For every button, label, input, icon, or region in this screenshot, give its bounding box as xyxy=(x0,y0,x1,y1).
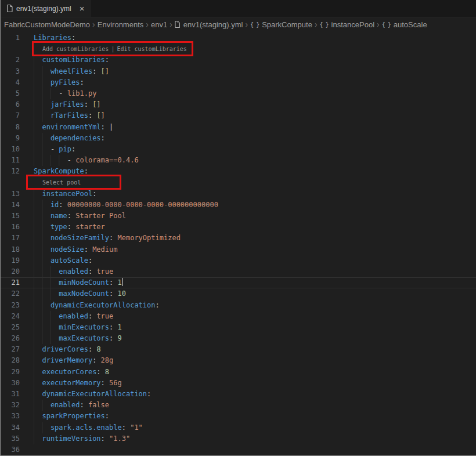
code-line-row: 8environmentYml: | xyxy=(1,122,476,133)
code-line[interactable]: SparkCompute: xyxy=(27,166,476,177)
lens-gutter xyxy=(1,177,27,188)
code-line[interactable]: nodeSizeFamily: MemoryOptimized xyxy=(27,233,476,244)
code-line[interactable]: sparkProperties: xyxy=(27,411,476,422)
line-number: 17 xyxy=(1,233,27,244)
line-number: 1 xyxy=(1,32,27,44)
line-number: 31 xyxy=(1,389,27,400)
code-line[interactable]: nodeSize: Medium xyxy=(27,244,476,255)
codelens-command[interactable]: Edit customLibraries xyxy=(117,44,186,55)
code-line[interactable]: - lib1.py xyxy=(27,88,476,99)
code-line[interactable]: enabled: false xyxy=(27,400,476,411)
code-text: enabled: true xyxy=(59,266,113,277)
line-number: 34 xyxy=(1,422,27,433)
line-number: 16 xyxy=(1,222,27,233)
code-line-row: 27driverCores: 8 xyxy=(1,344,476,355)
code-line[interactable]: pyFiles: xyxy=(27,77,476,88)
indent-guides xyxy=(34,266,59,277)
code-line-row: 1Libraries: xyxy=(1,32,476,44)
code-line[interactable]: maxNodeCount: 10 xyxy=(27,288,476,299)
code-line[interactable]: environmentYml: | xyxy=(27,122,476,133)
code-line[interactable]: runtimeVersion: "1.3" xyxy=(27,433,476,444)
code-line-row: 25minExecutors: 1 xyxy=(1,322,476,333)
code-line[interactable] xyxy=(27,444,476,455)
code-line[interactable]: enabled: true xyxy=(27,266,476,277)
code-line[interactable]: minExecutors: 1 xyxy=(27,322,476,333)
indent-guides xyxy=(34,244,51,255)
line-number: 30 xyxy=(1,378,27,389)
indent-guides xyxy=(34,55,42,66)
codelens-separator: | xyxy=(111,44,114,55)
breadcrumb-item[interactable]: env1 xyxy=(151,20,167,29)
code-line[interactable]: dynamicExecutorAllocation: xyxy=(27,300,476,311)
code-line[interactable]: instancePool: xyxy=(27,189,476,200)
breadcrumb-item-label: SparkCompute xyxy=(262,20,312,29)
code-line-row: 14id: 00000000-0000-0000-0000-0000000000… xyxy=(1,200,476,211)
line-number: 25 xyxy=(1,322,27,333)
code-line[interactable]: executorCores: 8 xyxy=(27,367,476,378)
code-text: type: starter xyxy=(51,222,105,233)
chevron-right-icon: › xyxy=(92,20,95,29)
code-text: id: 00000000-0000-0000-0000-000000000000 xyxy=(51,200,218,211)
code-line[interactable]: maxExecutors: 9 xyxy=(27,333,476,344)
code-line[interactable]: driverCores: 8 xyxy=(27,344,476,355)
file-icon xyxy=(6,5,13,12)
code-line[interactable]: - colorama==0.4.6 xyxy=(27,155,476,166)
code-line[interactable]: wheelFiles: [] xyxy=(27,66,476,77)
code-line[interactable]: rTarFiles: [] xyxy=(27,110,476,121)
code-text: SparkCompute: xyxy=(34,166,88,177)
line-number: 8 xyxy=(1,122,27,133)
code-line[interactable]: spark.acls.enable: "1" xyxy=(27,422,476,433)
code-line-row: 30executorMemory: 56g xyxy=(1,378,476,389)
code-line[interactable]: minNodeCount: 1 xyxy=(27,277,476,288)
code-line[interactable]: id: 00000000-0000-0000-0000-000000000000 xyxy=(27,200,476,211)
line-number: 13 xyxy=(1,189,27,200)
code-line[interactable]: driverMemory: 28g xyxy=(27,355,476,366)
code-text: spark.acls.enable: "1" xyxy=(51,422,143,433)
code-line-row: 21minNodeCount: 1 xyxy=(1,277,476,288)
code-line-row: 11- colorama==0.4.6 xyxy=(1,155,476,166)
chevron-right-icon: › xyxy=(377,20,380,29)
line-number: 11 xyxy=(1,155,27,166)
code-line[interactable]: jarFiles: [] xyxy=(27,99,476,110)
code-line[interactable]: name: Starter Pool xyxy=(27,211,476,222)
tab-bar: env1(staging).yml × xyxy=(1,0,476,17)
breadcrumb-item[interactable]: Environments xyxy=(98,20,143,29)
breadcrumb-item-label: env1(staging).yml xyxy=(183,20,243,29)
code-line-row: 32enabled: false xyxy=(1,400,476,411)
code-line[interactable]: customLibraries: xyxy=(27,55,476,66)
breadcrumb-item[interactable]: FabricCustomModeDemo xyxy=(4,20,90,29)
tab-env1-staging-yml[interactable]: env1(staging).yml × xyxy=(1,0,91,17)
code-line[interactable]: - pip: xyxy=(27,144,476,155)
code-text: pyFiles: xyxy=(51,77,84,88)
line-number: 18 xyxy=(1,244,27,255)
code-line[interactable]: autoScale: xyxy=(27,255,476,266)
breadcrumb-item[interactable]: env1(staging).yml xyxy=(175,20,243,29)
code-text: name: Starter Pool xyxy=(51,211,126,222)
code-text: minNodeCount: 1 xyxy=(59,277,123,288)
code-area[interactable]: 1Libraries:Add customLibraries|Edit cust… xyxy=(1,31,476,455)
codelens-command[interactable]: Select pool xyxy=(42,177,81,188)
code-line-row: 23dynamicExecutorAllocation: xyxy=(1,300,476,311)
indent-guides xyxy=(34,211,51,222)
indent-guides xyxy=(34,422,51,433)
symbol-object-icon: { } xyxy=(250,21,259,28)
code-text: executorCores: 8 xyxy=(42,367,109,378)
code-text: wheelFiles: [] xyxy=(51,66,109,77)
breadcrumb-item[interactable]: { }autoScale xyxy=(382,20,427,29)
code-text: runtimeVersion: "1.3" xyxy=(42,433,130,444)
code-line[interactable]: Libraries: xyxy=(27,32,476,44)
code-text: dynamicExecutorAllocation: xyxy=(42,389,151,400)
indent-guides xyxy=(34,110,51,121)
codelens-command[interactable]: Add customLibraries xyxy=(42,44,109,55)
code-line[interactable]: type: starter xyxy=(27,222,476,233)
code-line[interactable]: dependencies: xyxy=(27,133,476,144)
code-line[interactable]: dynamicExecutorAllocation: xyxy=(27,389,476,400)
breadcrumb-item-label: FabricCustomModeDemo xyxy=(4,20,90,29)
close-icon[interactable]: × xyxy=(80,4,85,13)
indent-guides xyxy=(34,200,51,211)
code-line[interactable]: enabled: true xyxy=(27,311,476,322)
line-number: 3 xyxy=(1,66,27,77)
breadcrumb-item[interactable]: { }SparkCompute xyxy=(250,20,312,29)
code-line[interactable]: executorMemory: 56g xyxy=(27,378,476,389)
breadcrumb-item[interactable]: { }instancePool xyxy=(320,20,375,29)
